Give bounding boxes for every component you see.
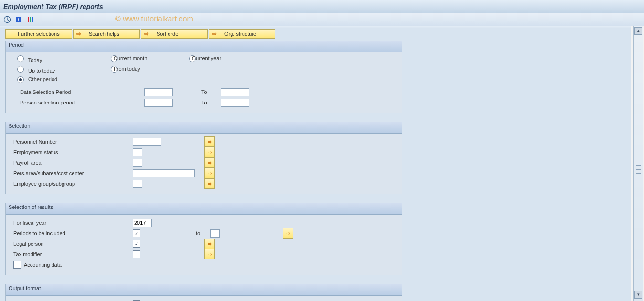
accounting-data-checkbox[interactable]: [13, 261, 21, 269]
output-group: Output format Output format ✓: [5, 284, 402, 301]
arrow-right-icon: ⇨: [208, 149, 212, 156]
label-accounting-data: Accounting data: [24, 262, 62, 268]
label-person-selection-period: Person selection period: [11, 100, 144, 105]
employee-group-input[interactable]: [133, 180, 142, 188]
svg-rect-6: [30, 17, 31, 22]
label-to: to: [196, 230, 208, 236]
multiple-selection-button[interactable]: ⇨: [204, 157, 215, 168]
output-format-checkbox[interactable]: ✓: [133, 300, 140, 301]
label-tax-modifier: Tax modifier: [11, 251, 133, 257]
multiple-selection-button[interactable]: ⇨: [283, 228, 293, 239]
radio-label: Today: [28, 57, 42, 63]
group-header-output: Output format: [6, 284, 402, 296]
arrow-right-icon: ⇨: [76, 31, 81, 37]
app-toolbar: i: [0, 13, 644, 26]
label-employee-group: Employee group/subgroup: [11, 181, 133, 187]
group-header-results: Selection of results: [6, 203, 402, 215]
period-group: Period Today Current month Current year …: [5, 41, 402, 113]
button-label: Org. structure: [224, 31, 256, 37]
content-scroll: Further selections ⇨ Search helps ⇨ Sort…: [0, 26, 631, 301]
vertical-scrollbar[interactable]: ▴ ▾: [633, 26, 643, 301]
org-structure-button[interactable]: ⇨ Org. structure: [209, 29, 275, 39]
radio-label: Up to today: [28, 68, 55, 73]
group-header-period: Period: [6, 41, 402, 52]
payroll-area-input[interactable]: [133, 159, 142, 167]
label-payroll-area: Payroll area: [11, 160, 133, 166]
radio-label: From today: [114, 66, 140, 72]
multiple-selection-button[interactable]: ⇨: [204, 147, 215, 157]
multiple-selection-button[interactable]: ⇨: [204, 136, 215, 147]
results-group: Selection of results For fiscal year Per…: [5, 203, 402, 275]
check-mark-icon: ✓: [135, 231, 138, 236]
label-data-selection-period: Data Selection Period: [11, 89, 144, 95]
arrow-right-icon: ⇨: [208, 251, 212, 258]
scroll-up-arrow-icon[interactable]: ▴: [634, 27, 642, 35]
multiple-selection-button[interactable]: ⇨: [204, 239, 215, 249]
multiple-selection-button[interactable]: ⇨: [204, 168, 215, 178]
person-selection-to-input[interactable]: [221, 99, 249, 107]
svg-rect-5: [28, 17, 29, 22]
radio-other-period[interactable]: [17, 76, 24, 83]
arrow-right-icon: ⇨: [208, 160, 212, 166]
label-to: To: [201, 89, 221, 95]
legal-person-checkbox[interactable]: ✓: [133, 240, 140, 248]
person-selection-from-input[interactable]: [144, 99, 173, 107]
svg-line-2: [7, 20, 9, 21]
periods-included-checkbox[interactable]: ✓: [133, 229, 140, 237]
button-label: Search helps: [89, 31, 119, 37]
radio-label: Current month: [114, 55, 147, 61]
titlebar: Employment Tax (IRPF) reports: [0, 0, 644, 13]
app-window: Employment Tax (IRPF) reports © www.tuto…: [0, 0, 644, 301]
check-mark-icon: ✓: [135, 241, 138, 247]
label-legal-person: Legal person: [11, 241, 133, 247]
group-header-selection: Selection: [6, 122, 402, 134]
data-selection-to-input[interactable]: [221, 88, 249, 96]
radio-label: Other period: [28, 76, 57, 82]
arrow-right-icon: ⇨: [208, 181, 212, 187]
button-label: Sort order: [157, 31, 180, 37]
svg-text:i: i: [18, 17, 19, 22]
label-periods-included: Periods to be included: [11, 230, 133, 236]
arrow-right-icon: ⇨: [286, 230, 290, 237]
arrow-right-icon: ⇨: [144, 31, 149, 37]
selection-buttons-row: Further selections ⇨ Search helps ⇨ Sort…: [5, 29, 626, 39]
arrow-right-icon: ⇨: [208, 241, 212, 247]
pers-area-input[interactable]: [133, 169, 195, 177]
info-icon[interactable]: i: [15, 16, 22, 23]
radio-today[interactable]: [17, 55, 24, 62]
arrow-right-icon: ⇨: [212, 31, 217, 37]
data-selection-from-input[interactable]: [144, 88, 173, 96]
arrow-right-icon: ⇨: [208, 170, 212, 176]
radio-up-to-today[interactable]: [17, 66, 24, 73]
body-area: Further selections ⇨ Search helps ⇨ Sort…: [0, 26, 644, 301]
label-personnel-number: Personnel Number: [11, 139, 133, 145]
page-title: Employment Tax (IRPF) reports: [3, 3, 103, 10]
label-to: To: [201, 100, 221, 105]
execute-icon[interactable]: [3, 16, 11, 23]
sort-order-button[interactable]: ⇨ Sort order: [141, 29, 208, 39]
svg-rect-7: [32, 17, 33, 22]
fiscal-year-input[interactable]: [133, 219, 152, 227]
arrow-right-icon: ⇨: [208, 139, 212, 145]
label-fiscal-year: For fiscal year: [11, 220, 133, 226]
selection-group: Selection Personnel Number ⇨ Employment …: [5, 122, 402, 194]
tax-modifier-checkbox[interactable]: [133, 250, 140, 258]
search-helps-button[interactable]: ⇨ Search helps: [73, 29, 140, 39]
periods-to-input[interactable]: [210, 229, 220, 238]
multiple-selection-button[interactable]: ⇨: [204, 178, 215, 189]
multiple-selection-button[interactable]: ⇨: [204, 249, 215, 259]
employment-status-input[interactable]: [133, 148, 142, 156]
label-employment-status: Employment status: [11, 149, 133, 155]
button-label: Further selections: [18, 31, 59, 37]
personnel-number-input[interactable]: [133, 138, 161, 146]
further-selections-button[interactable]: Further selections: [5, 29, 72, 39]
append-icon[interactable]: [26, 16, 34, 23]
radio-label: Current year: [192, 55, 221, 61]
label-pers-area: Pers.area/subarea/cost center: [11, 170, 133, 176]
scroll-grip-icon[interactable]: [636, 164, 641, 175]
scroll-down-arrow-icon[interactable]: ▾: [634, 291, 642, 299]
